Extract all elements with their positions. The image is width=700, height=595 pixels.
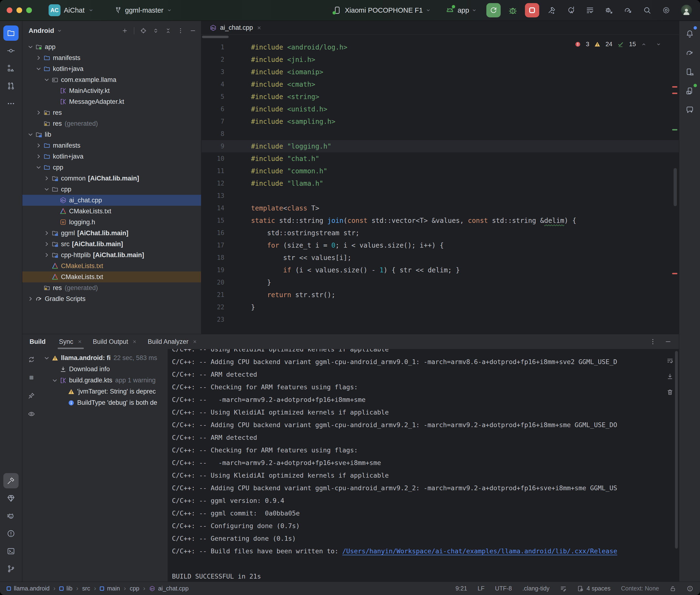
kebab-icon[interactable] (177, 27, 184, 34)
status-lf[interactable]: LF (478, 585, 484, 592)
add-icon[interactable] (121, 27, 128, 34)
code-line-14[interactable]: 14template<class T> (201, 202, 679, 214)
project-tree-item-manifests[interactable]: manifests (22, 140, 201, 151)
status-formatter-icon[interactable] (560, 585, 567, 592)
editor-tab-ai-chat-cpp[interactable]: C+ ai_chat.cpp (205, 21, 267, 34)
chevron-right-icon[interactable] (43, 229, 51, 237)
problems-tool-button[interactable] (3, 526, 19, 541)
code-line-16[interactable]: 16 std::ostringstream str; (201, 227, 679, 239)
code-line-12[interactable]: 12#include "llama.h" (201, 177, 679, 190)
build-tab-build-analyzer[interactable]: Build Analyzer (142, 334, 203, 349)
close-tab-icon[interactable] (77, 339, 82, 344)
code-line-8[interactable]: 8 (201, 128, 679, 140)
status-inspections-icon[interactable] (687, 585, 693, 592)
settings-icon[interactable] (662, 6, 670, 15)
project-tree-item-res[interactable]: res (22, 107, 201, 118)
chevron-right-icon[interactable] (43, 251, 51, 259)
chevron-down-icon[interactable] (43, 76, 51, 84)
build-output-path-link[interactable]: /Users/hanyin/Workspace/ai-chat/examples… (342, 547, 617, 555)
build-hammer-tool-button[interactable] (3, 473, 19, 488)
pin-button[interactable] (28, 392, 35, 400)
code-line-4[interactable]: 4#include <cmath> (201, 78, 679, 90)
close-tab-icon[interactable] (192, 339, 197, 344)
status--clang-tidy[interactable]: .clang-tidy (522, 585, 550, 592)
chevron-right-icon[interactable] (34, 108, 43, 117)
chevron-right-icon[interactable] (26, 294, 35, 303)
breadcrumb-item-llama-android[interactable]: llama.android (7, 585, 50, 592)
project-tree-item-com-example-llama[interactable]: com.example.llama (22, 74, 201, 85)
app-insights-tool-button[interactable] (3, 491, 19, 506)
locate-icon[interactable] (140, 27, 147, 34)
project-tree-item-mainactivity-kt[interactable]: MainActivity.kt (22, 85, 201, 96)
chevron-right-icon[interactable] (34, 152, 43, 161)
hide-build-panel-icon[interactable] (665, 338, 672, 345)
chevron-right-icon[interactable] (43, 240, 51, 248)
project-tree-item-manifests[interactable]: manifests (22, 52, 201, 63)
code-area[interactable]: 1#include <android/log.h>2#include <jni.… (201, 35, 679, 334)
project-folder-tool-button[interactable] (3, 26, 19, 41)
soft-wrap-button[interactable] (666, 357, 674, 365)
project-tree-item-logging-h[interactable]: Hlogging.h (22, 217, 201, 228)
chevron-down-icon[interactable] (43, 185, 51, 194)
chevron-down-icon[interactable] (471, 7, 477, 13)
collapse-all-icon[interactable] (165, 27, 171, 34)
gradle-sync-icon[interactable] (624, 6, 632, 15)
build-console[interactable]: C/C++: -- Using KleidiAI optimized kerne… (168, 349, 679, 582)
editor-scrollbar-thumb[interactable] (674, 168, 677, 206)
project-widget[interactable]: AC AiChat (49, 4, 94, 16)
code-line-9[interactable]: 9#include "logging.h" (201, 140, 679, 152)
scroll-end-button[interactable] (666, 373, 674, 381)
code-line-11[interactable]: 11#include "common.h" (201, 165, 679, 177)
project-tree-item-src[interactable]: src[AiChat.lib.main] (22, 238, 201, 250)
minimize-window-button[interactable] (17, 7, 22, 13)
project-tree-item-cpp[interactable]: cpp (22, 184, 201, 195)
stop-button[interactable] (525, 3, 539, 18)
project-tree-item-cpp-httplib[interactable]: cpp-httplib[AiChat.lib.main] (22, 250, 201, 260)
hide-icon[interactable] (190, 27, 196, 34)
project-tree-item-cmakelists-txt[interactable]: CMakeLists.txt (22, 206, 201, 217)
project-tree-item-kotlin-java[interactable]: kotlin+java (22, 151, 201, 162)
project-tree-item-cmakelists-txt[interactable]: CMakeLists.txt (22, 272, 201, 282)
sync-tree-item[interactable]: 'jvmTarget: String' is deprec (40, 386, 168, 397)
build-tab-sync[interactable]: Sync (54, 334, 88, 349)
code-line-23[interactable]: 23 (201, 313, 679, 326)
prev-problem-icon[interactable] (641, 41, 647, 47)
eye-button[interactable] (28, 410, 35, 419)
status-context-none[interactable]: Context: None (621, 585, 659, 592)
close-tab-icon[interactable] (132, 339, 137, 344)
code-line-21[interactable]: 21 return str.str(); (201, 289, 679, 301)
terminal-tool-button[interactable] (3, 544, 19, 559)
console-scrollbar-thumb[interactable] (675, 351, 678, 548)
clear-button[interactable] (666, 389, 674, 397)
sync-tree-item[interactable]: Download info (40, 364, 168, 375)
project-view-selector[interactable]: Android (29, 27, 54, 34)
chevron-down-icon[interactable] (26, 42, 35, 51)
sync-tree-item[interactable]: llama.android: fi22 sec, 583 ms (40, 352, 168, 364)
code-line-18[interactable]: 18 str << values[i]; (201, 251, 679, 264)
stop-square-button[interactable] (28, 374, 35, 382)
running-devices-tool-button[interactable] (682, 83, 697, 98)
gradle-tool-button[interactable] (682, 45, 697, 60)
sync-tree-item[interactable]: build.gradle.ktsapp 1 warning (40, 375, 168, 386)
breadcrumb-item-src[interactable]: src (82, 585, 90, 592)
code-line-19[interactable]: 19 if (i < values.size() - 1) { str << d… (201, 264, 679, 276)
chevron-down-icon[interactable] (43, 354, 51, 362)
device-selector[interactable]: Xiaomi POCOPHONE F1 (345, 6, 423, 14)
project-tree-item-res[interactable]: res(generated) (22, 118, 201, 129)
chevron-right-icon[interactable] (43, 174, 51, 182)
chevron-right-icon[interactable] (34, 54, 43, 62)
status-4-spaces[interactable]: 4 spaces (577, 585, 611, 592)
project-tree-item-kotlin-java[interactable]: kotlin+java (22, 63, 201, 74)
gemini-tool-button[interactable] (682, 103, 697, 118)
project-tree-item-common[interactable]: common[AiChat.lib.main] (22, 173, 201, 184)
stripe-mark-error[interactable] (672, 93, 677, 94)
user-avatar[interactable] (681, 5, 692, 16)
sync-project-icon[interactable]: A (567, 6, 575, 15)
build-tab-build-output[interactable]: Build Output (88, 334, 143, 349)
code-line-5[interactable]: 5#include <string> (201, 90, 679, 103)
sync-tree-item[interactable]: BuildType 'debug' is both de (40, 397, 168, 408)
project-tree-item-ggml[interactable]: ggml[AiChat.lib.main] (22, 228, 201, 238)
chevron-down-icon[interactable] (51, 376, 59, 385)
commit-tool-button[interactable] (3, 43, 19, 58)
project-tree-item-ai-chat-cpp[interactable]: C+ai_chat.cpp (22, 195, 201, 206)
